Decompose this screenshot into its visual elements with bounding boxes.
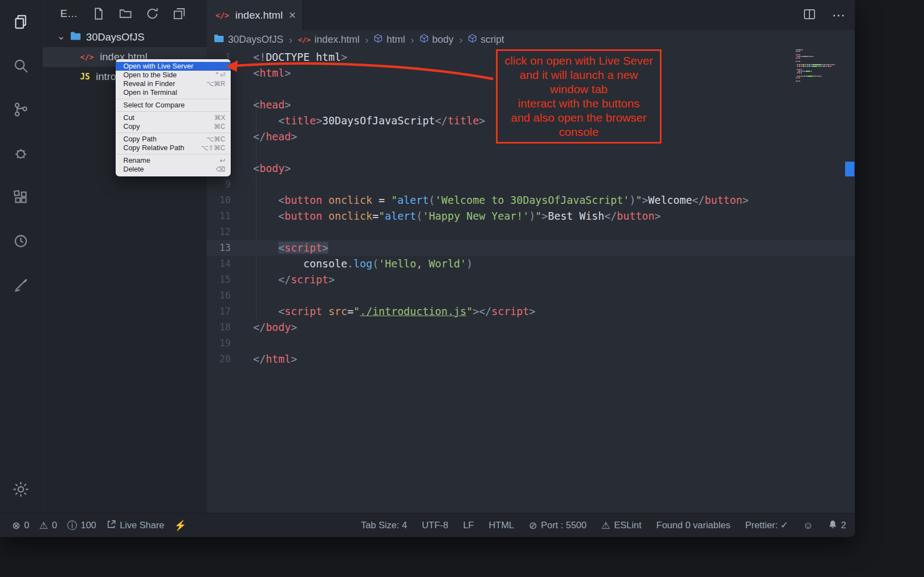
status-item-eol[interactable]: LF xyxy=(463,520,474,531)
status-item-lightning[interactable]: ⚡ xyxy=(174,521,186,530)
code-text: <html> xyxy=(231,65,291,81)
scrollbar-indicator[interactable] xyxy=(845,162,854,176)
minimap-line xyxy=(796,74,845,75)
code-line[interactable]: 17 <script src="./introduction.js"></scr… xyxy=(207,304,855,319)
minimap[interactable] xyxy=(796,49,845,82)
minimap-line xyxy=(796,71,845,72)
status-item-label: UTF-8 xyxy=(422,520,448,531)
code-text: <button onclick = "alert('Welcome to 30D… xyxy=(231,192,749,208)
line-number: 16 xyxy=(207,288,231,304)
status-item-encoding[interactable]: UTF-8 xyxy=(422,520,448,531)
menu-item-copy-relative-path[interactable]: Copy Relative Path⌥⇧⌘C xyxy=(116,144,231,152)
code-text: console.log('Hello, World') xyxy=(231,256,472,272)
code-text: <body> xyxy=(231,161,291,176)
menu-item-select-for-compare[interactable]: Select for Compare xyxy=(116,101,231,110)
menu-item-label: Open to the Side xyxy=(123,71,177,79)
settings-gear-icon[interactable] xyxy=(0,470,42,509)
status-item-info[interactable]: ⓘ100 xyxy=(67,520,96,531)
status-item-variables[interactable]: Found 0 variables xyxy=(657,520,731,531)
minimap-line xyxy=(796,76,845,77)
menu-item-open-with-live-server[interactable]: Open with Live Server xyxy=(116,62,231,71)
line-number: 20 xyxy=(207,351,231,367)
code-line[interactable]: 15 </script> xyxy=(207,272,855,288)
pen-icon[interactable] xyxy=(0,263,42,307)
status-item-live-share[interactable]: Live Share xyxy=(106,519,164,531)
minimap-line xyxy=(796,81,845,82)
root-folder-name: 30DaysOfJS xyxy=(86,31,145,43)
breadcrumb-item-script[interactable]: script xyxy=(468,34,504,45)
desktop: E… ⌄ 30DaysOfJS </>index.htmlJSintroduct… xyxy=(0,0,924,577)
status-item-eslint[interactable]: ⚠ESLint xyxy=(601,520,641,531)
refresh-icon[interactable] xyxy=(146,7,159,20)
feedback-icon: ☺ xyxy=(803,521,813,530)
debug-icon[interactable] xyxy=(0,132,42,175)
search-icon[interactable] xyxy=(0,44,42,88)
breadcrumb-label: script xyxy=(481,34,504,45)
menu-item-delete[interactable]: Delete⌫ xyxy=(116,165,231,174)
annotation-line: console xyxy=(501,125,657,139)
menu-item-reveal-in-finder[interactable]: Reveal in Finder⌥⌘R xyxy=(116,79,231,88)
history-icon[interactable] xyxy=(0,219,42,263)
new-file-icon[interactable] xyxy=(92,7,105,20)
status-item-feedback[interactable]: ☺ xyxy=(803,521,813,530)
code-line[interactable]: 13 <script> xyxy=(207,240,855,256)
line-number: 18 xyxy=(207,319,231,335)
more-actions-icon[interactable]: ⋯ xyxy=(832,8,846,23)
line-number: 9 xyxy=(207,176,231,192)
menu-item-cut[interactable]: Cut⌘X xyxy=(116,113,231,122)
annotation-line: and it will launch a new xyxy=(501,68,657,82)
extensions-icon[interactable] xyxy=(0,175,42,219)
annotation-box: click on open with Live Severand it will… xyxy=(496,49,661,144)
menu-item-open-to-the-side[interactable]: Open to the Side⌃⏎ xyxy=(116,71,231,79)
code-line[interactable]: 19 xyxy=(207,335,855,351)
tab-index-html[interactable]: </> index.html × xyxy=(207,0,303,30)
menu-item-label: Open with Live Server xyxy=(123,62,193,71)
code-icon: </> xyxy=(298,36,310,44)
status-item-label: 2 xyxy=(841,520,846,531)
code-text xyxy=(231,224,253,240)
split-editor-icon[interactable] xyxy=(802,7,817,24)
status-item-live-server-port[interactable]: ⊘Port : 5500 xyxy=(529,520,586,531)
status-item-language-mode[interactable]: HTML xyxy=(489,520,514,531)
code-line[interactable]: 20</html> xyxy=(207,351,855,367)
code-text xyxy=(231,81,253,97)
code-line[interactable]: 18</body> xyxy=(207,319,855,335)
breadcrumb-separator: › xyxy=(288,34,293,46)
code-text xyxy=(231,145,253,161)
code-line[interactable]: 9 xyxy=(207,176,855,192)
editor-actions: ⋯ xyxy=(802,0,846,30)
status-item-tab-size[interactable]: Tab Size: 4 xyxy=(361,520,407,531)
explorer-files-icon[interactable] xyxy=(0,0,42,44)
code-line[interactable]: 10 <button onclick = "alert('Welcome to … xyxy=(207,192,855,208)
status-item-notifications[interactable]: 2 xyxy=(828,519,846,531)
menu-item-copy[interactable]: Copy⌘C xyxy=(116,122,231,131)
code-line[interactable]: 7 xyxy=(207,145,855,161)
status-item-warnings[interactable]: ⚠0 xyxy=(39,520,58,531)
menu-item-rename[interactable]: Rename↩ xyxy=(116,156,231,165)
menu-item-open-in-terminal[interactable]: Open in Terminal xyxy=(116,88,231,97)
source-control-icon[interactable] xyxy=(0,88,42,132)
code-line[interactable]: 12 xyxy=(207,224,855,240)
collapse-all-icon[interactable] xyxy=(173,7,186,20)
breadcrumb-item-index-html[interactable]: </>index.html xyxy=(298,34,360,45)
code-text: <head> xyxy=(231,97,291,113)
code-line[interactable]: 11 <button onclick="alert('Happy New Yea… xyxy=(207,208,855,224)
breadcrumb-item-30daysofjs[interactable]: 30DaysOfJS xyxy=(214,34,283,45)
status-right: Tab Size: 4UTF-8LFHTML⊘Port : 5500⚠ESLin… xyxy=(361,519,855,531)
new-folder-icon[interactable] xyxy=(119,7,132,20)
code-line[interactable]: 8<body> xyxy=(207,161,855,176)
status-item-prettier[interactable]: Prettier: ✓ xyxy=(745,519,788,531)
menu-separator xyxy=(116,111,230,112)
status-item-errors[interactable]: ⊗0 xyxy=(12,520,30,531)
annotation-line: click on open with Live Sever xyxy=(501,54,657,68)
breadcrumb-item-html[interactable]: html xyxy=(374,34,405,45)
minimap-line xyxy=(796,77,845,78)
code-line[interactable]: 16 xyxy=(207,288,855,304)
menu-item-label: Delete xyxy=(123,165,144,174)
close-icon[interactable]: × xyxy=(289,9,296,21)
folder-row-30daysofjs[interactable]: ⌄ 30DaysOfJS xyxy=(43,27,207,47)
breadcrumb-item-body[interactable]: body xyxy=(420,34,454,45)
errors-icon: ⊗ xyxy=(12,521,20,530)
code-line[interactable]: 14 console.log('Hello, World') xyxy=(207,256,855,272)
menu-item-copy-path[interactable]: Copy Path⌥⌘C xyxy=(116,135,231,144)
